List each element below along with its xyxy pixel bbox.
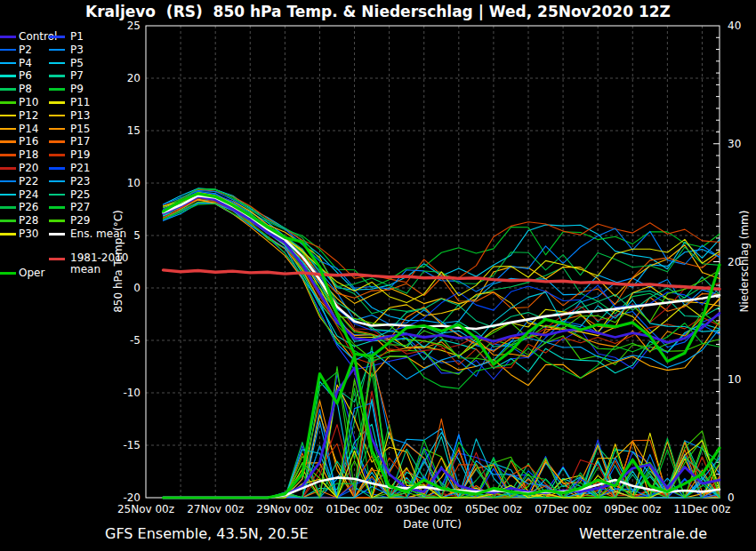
y-left-tick-label: 0: [133, 282, 141, 294]
y-left-tick-label: -5: [130, 334, 141, 347]
footer-model-info: GFS Ensemble, 43.5N, 20.5E: [105, 525, 309, 542]
y-right-tick-label: 40: [728, 20, 741, 32]
ensemble-member-precip-line: [164, 385, 720, 498]
y-left-tick-label: -20: [123, 491, 141, 504]
y-left-tick-label: -10: [123, 387, 141, 399]
x-tick-label: 03Dec 00z: [396, 503, 453, 515]
control-temp-line: [164, 196, 720, 342]
y-right-axis-title: Niederschlag (mm): [738, 211, 751, 313]
x-tick-label: 25Nov 00z: [117, 503, 174, 515]
x-tick-label: 09Dec 00z: [604, 503, 661, 515]
footer-brand: Wetterzentrale.de: [579, 525, 707, 542]
x-tick-label: 29Nov 00z: [256, 503, 313, 515]
y-left-tick-label: 25: [127, 20, 141, 32]
x-tick-label: 07Dec 00z: [535, 503, 591, 515]
plot-frame: [146, 26, 720, 498]
x-tick-label: 01Dec 00z: [326, 503, 383, 515]
meteogram-page: Kraljevo (RS) 850 hPa Temp. & Niederschl…: [0, 0, 756, 551]
y-left-tick-label: 15: [127, 124, 141, 137]
ensemble-member-precip-line: [164, 388, 720, 498]
ensemble-member-temp-line: [164, 192, 720, 304]
ensemble-member-temp-line: [164, 202, 720, 379]
y-right-tick-label: 0: [728, 491, 735, 504]
y-left-tick-label: 10: [127, 177, 141, 189]
y-left-tick-label: 20: [127, 72, 141, 84]
x-tick-label: 11Dec 00z: [674, 503, 731, 515]
ensemble-member-precip-line: [164, 381, 720, 498]
y-left-tick-label: 5: [133, 229, 141, 242]
y-right-tick-label: 30: [728, 138, 741, 150]
y-left-axis-title: 850 hPa Temp. (°C): [112, 210, 125, 313]
x-axis-title: Date (UTC): [403, 518, 462, 531]
y-right-tick-label: 10: [728, 373, 741, 386]
ensemble-member-precip-line: [164, 391, 720, 498]
y-left-tick-label: -15: [123, 439, 141, 451]
x-tick-label: 27Nov 00z: [187, 503, 244, 515]
x-tick-label: 05Dec 00z: [465, 503, 522, 515]
